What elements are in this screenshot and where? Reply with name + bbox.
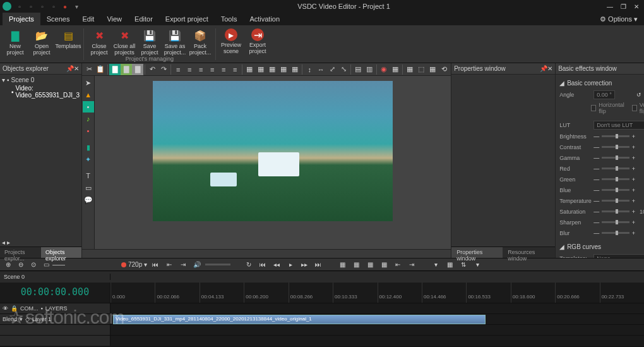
clipboard-icon[interactable]: 📋 <box>95 64 106 75</box>
tool-icon[interactable]: ▦ <box>278 64 289 75</box>
zoom-icon[interactable]: ⊖ <box>15 260 27 270</box>
qat-icon[interactable]: ▫ <box>27 2 35 11</box>
align-icon[interactable]: ≡ <box>172 64 184 75</box>
tool-icon[interactable]: ▇ <box>109 64 121 75</box>
out-icon[interactable]: ⇥ <box>177 260 189 270</box>
text-tool-icon[interactable]: T <box>83 170 94 181</box>
save-as-button[interactable]: 💾Save as project... <box>162 27 188 56</box>
tab-resources[interactable]: Resources window <box>503 247 555 258</box>
timeline-scene-tab[interactable]: Scene 0 <box>0 274 110 280</box>
tool-icon[interactable]: ▦ <box>244 64 255 75</box>
timeline-clip[interactable]: Video_6553931_DJI_331_mp4_281140804_2200… <box>113 315 486 324</box>
track-header[interactable]: Blend▾◇Layer 1 <box>0 314 110 324</box>
angle-input[interactable]: 0.00 ° <box>593 90 615 99</box>
slider[interactable] <box>602 157 629 159</box>
tool-icon[interactable]: ▦ <box>266 64 278 75</box>
tool-icon[interactable]: ▭ <box>83 182 94 193</box>
basic-correction-section[interactable]: ◢Basic correction <box>559 77 644 89</box>
close-button[interactable]: ✕ <box>634 3 639 10</box>
tool-icon[interactable]: ⤡ <box>338 64 349 75</box>
tl-icon[interactable]: ⇥ <box>406 260 417 270</box>
tool-icon[interactable]: ↕ <box>304 64 315 75</box>
tool-icon[interactable]: ▦ <box>404 64 415 75</box>
tool-icon[interactable] <box>83 137 94 141</box>
undo-icon[interactable]: ● <box>61 2 69 11</box>
minimize-button[interactable]: — <box>607 3 613 10</box>
tl-icon[interactable]: ▦ <box>337 260 348 270</box>
slider[interactable] <box>602 135 629 137</box>
preview-canvas[interactable] <box>95 76 451 249</box>
templates-button[interactable]: ▤Templates <box>56 27 81 49</box>
menu-view[interactable]: View <box>100 13 128 25</box>
in-icon[interactable]: ⇤ <box>164 260 175 270</box>
horizontal-scrollbar[interactable] <box>82 249 451 258</box>
volume-icon[interactable]: 🔊 <box>191 260 203 270</box>
tool-icon[interactable]: 💬 <box>83 194 94 205</box>
menu-projects[interactable]: Projects <box>3 13 40 25</box>
tab-objects-explorer[interactable]: Objects explorer <box>41 247 81 258</box>
zoom-icon[interactable]: —— <box>53 260 64 270</box>
vflip-checkbox[interactable]: Vertical flip <box>632 102 644 114</box>
tool-icon[interactable]: ▦ <box>390 64 401 75</box>
tool-icon[interactable]: ▪ <box>83 125 94 137</box>
close-all-button[interactable]: ✖Close all projects <box>112 27 137 56</box>
menu-export[interactable]: Export project <box>159 13 215 25</box>
slider[interactable] <box>602 200 629 202</box>
menu-activation[interactable]: Activation <box>243 13 286 25</box>
tool-icon[interactable]: ▲ <box>83 89 94 100</box>
align-icon[interactable]: ≡ <box>206 64 218 75</box>
tool-icon[interactable]: ▮ <box>83 142 94 153</box>
lut-select[interactable]: Don't use LUT▾ <box>593 121 644 130</box>
collapse-icon[interactable]: ▾ <box>2 76 5 83</box>
tool-icon[interactable]: ▪ <box>83 101 94 113</box>
tool-icon[interactable]: ♪ <box>83 113 94 125</box>
menu-editor[interactable]: Editor <box>128 13 159 25</box>
volume-slider[interactable] <box>205 264 230 265</box>
rgb-curves-section[interactable]: ◢RGB curves <box>559 241 644 253</box>
tool-icon[interactable]: ▥ <box>364 64 375 75</box>
play-icon[interactable]: ▸ <box>285 260 296 270</box>
timeline-ruler[interactable]: 0.00000:02.06600:04.13300:06.20000:08.26… <box>110 283 644 303</box>
tl-icon[interactable]: ▦ <box>444 260 455 270</box>
prev-icon[interactable]: ⏮ <box>150 260 161 270</box>
tool-icon[interactable]: ⤢ <box>326 64 338 75</box>
tool-icon[interactable]: ▦ <box>427 64 438 75</box>
hflip-checkbox[interactable]: Horizontal flip <box>591 102 626 114</box>
tab-projects-explorer[interactable]: Projects explor... <box>0 247 41 258</box>
tl-icon[interactable]: ▾ <box>472 260 483 270</box>
tool-icon[interactable]: ▦ <box>289 64 301 75</box>
slider[interactable] <box>602 167 629 169</box>
save-project-button[interactable]: 💾Save project <box>137 27 162 56</box>
pack-project-button[interactable]: 📦Pack project... <box>188 27 213 56</box>
qat-icon[interactable]: ▫ <box>49 2 58 11</box>
tl-icon[interactable]: ⇤ <box>392 260 403 270</box>
pointer-icon[interactable]: ➤ <box>83 77 94 88</box>
tab-properties[interactable]: Properties window <box>451 247 503 258</box>
tl-icon[interactable]: ▦ <box>364 260 376 270</box>
menu-scenes[interactable]: Scenes <box>40 13 76 25</box>
templates-select[interactable]: None▾ <box>593 254 644 258</box>
tool-icon[interactable]: ✦ <box>83 154 94 165</box>
options-button[interactable]: ⚙Options▾ <box>596 15 641 23</box>
tl-icon[interactable]: ▾ <box>430 260 441 270</box>
qat-icon[interactable]: ▫ <box>38 2 47 11</box>
tool-icon[interactable]: ↶ <box>146 64 158 75</box>
tool-icon[interactable]: ▇ <box>121 64 132 75</box>
preview-scene-button[interactable]: ▸Preview scene <box>218 27 244 54</box>
qat-icon[interactable]: ▫ <box>15 2 24 11</box>
loop-icon[interactable]: ↻ <box>243 260 254 270</box>
rotate-left-icon[interactable]: ↺ <box>636 92 641 98</box>
zoom-icon[interactable]: ⊕ <box>3 260 14 270</box>
slider[interactable] <box>602 221 629 223</box>
open-project-button[interactable]: 📂Open project <box>29 27 54 56</box>
close-icon[interactable]: ✕ <box>547 65 552 72</box>
align-icon[interactable]: ≡ <box>184 64 195 75</box>
slider[interactable] <box>602 146 629 148</box>
menu-edit[interactable]: Edit <box>76 13 100 25</box>
tool-icon[interactable]: ⟲ <box>438 64 450 75</box>
close-icon[interactable]: ✕ <box>74 65 79 72</box>
next-frame-icon[interactable]: ▸▸ <box>299 260 310 270</box>
align-icon[interactable]: ≡ <box>218 64 229 75</box>
pin-icon[interactable]: 📌 <box>66 65 74 72</box>
tool-icon[interactable]: ↔ <box>315 64 326 75</box>
